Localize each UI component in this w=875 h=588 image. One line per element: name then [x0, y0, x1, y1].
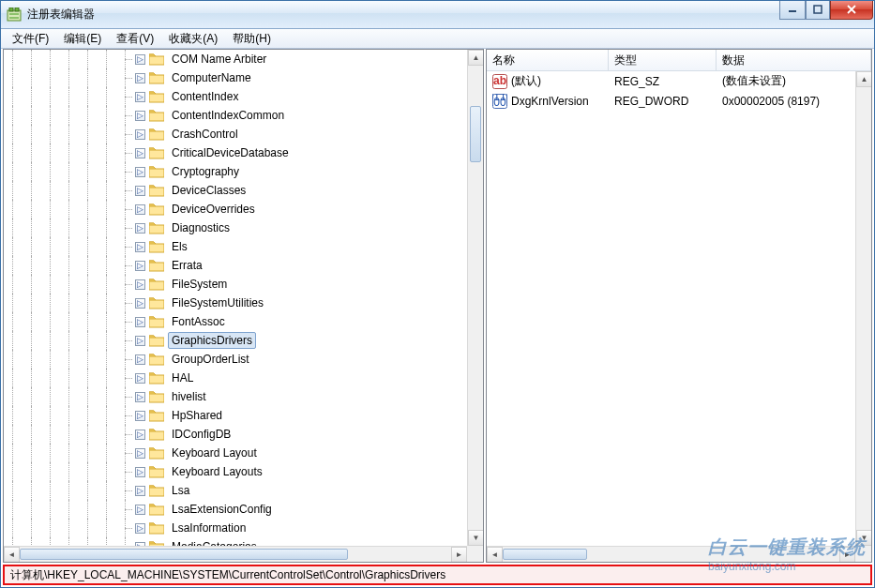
expand-icon[interactable]: ▷: [135, 392, 145, 402]
tree-node[interactable]: ▷GraphicsDrivers: [4, 331, 467, 350]
expand-icon[interactable]: ▷: [135, 261, 145, 271]
values-header[interactable]: 名称 类型 数据: [487, 50, 871, 71]
tree-node[interactable]: ▷Errata: [4, 256, 467, 275]
tree-node[interactable]: ▷Diagnostics: [4, 219, 467, 237]
tree-label: HpShared: [168, 407, 226, 424]
status-bar: 计算机\HKEY_LOCAL_MACHINE\SYSTEM\CurrentCon…: [3, 565, 872, 585]
tree-node[interactable]: ▷FontAssoc: [4, 312, 467, 331]
tree-label: CrashControl: [168, 126, 242, 143]
expand-icon[interactable]: ▷: [135, 505, 145, 515]
list-vscrollbar[interactable]: ▲ ▼: [855, 71, 871, 546]
maximize-button[interactable]: [806, 1, 830, 20]
tree-node[interactable]: ▷hivelist: [4, 387, 467, 406]
tree-label: hivelist: [168, 388, 210, 405]
tree-node[interactable]: ▷Keyboard Layout: [4, 444, 467, 462]
tree-vscrollbar[interactable]: ▲ ▼: [467, 50, 483, 546]
expand-icon[interactable]: ▷: [135, 486, 145, 496]
column-name[interactable]: 名称: [487, 50, 609, 70]
tree-node[interactable]: ▷FileSystemUtilities: [4, 294, 467, 312]
expand-icon[interactable]: ▷: [135, 411, 145, 421]
expand-icon[interactable]: ▷: [135, 223, 145, 234]
tree-label: CriticalDeviceDatabase: [168, 144, 293, 161]
tree-node[interactable]: ▷CriticalDeviceDatabase: [4, 143, 467, 162]
registry-tree[interactable]: ▷COM Name Arbiter▷ComputerName▷ContentIn…: [4, 50, 467, 546]
svg-rect-0: [8, 10, 21, 21]
expand-icon[interactable]: ▷: [135, 317, 145, 327]
menu-help[interactable]: 帮助(H): [225, 29, 279, 49]
tree-hscrollbar[interactable]: ◄ ►: [4, 546, 467, 562]
minimize-button[interactable]: [779, 1, 806, 20]
expand-icon[interactable]: ▷: [135, 167, 145, 177]
svg-text:1001: 1001: [492, 96, 507, 109]
tree-label: DeviceClasses: [168, 182, 249, 199]
tree-node[interactable]: ▷ContentIndex: [4, 87, 467, 106]
tree-node[interactable]: ▷ComputerName: [4, 68, 467, 87]
window-title: 注册表编辑器: [27, 7, 95, 23]
menu-edit[interactable]: 编辑(E): [56, 29, 109, 49]
value-data: (数值未设置): [722, 73, 786, 89]
expand-icon[interactable]: ▷: [135, 523, 145, 534]
title-bar[interactable]: 注册表编辑器: [1, 1, 874, 29]
tree-node[interactable]: ▷HAL: [4, 369, 467, 387]
expand-icon[interactable]: ▷: [135, 298, 145, 309]
tree-label: ContentIndex: [168, 88, 242, 105]
tree-pane: ▷COM Name Arbiter▷ComputerName▷ContentIn…: [3, 49, 484, 563]
svg-rect-5: [789, 10, 796, 12]
tree-node[interactable]: ▷Lsa: [4, 481, 467, 500]
expand-icon[interactable]: ▷: [135, 430, 145, 440]
tree-node[interactable]: ▷DeviceClasses: [4, 181, 467, 200]
value-type: REG_SZ: [614, 75, 659, 88]
expand-icon[interactable]: ▷: [135, 54, 145, 65]
menu-view[interactable]: 查看(V): [109, 29, 161, 49]
tree-label: Diagnostics: [168, 219, 234, 236]
expand-icon[interactable]: ▷: [135, 542, 145, 547]
tree-node[interactable]: ▷DeviceOverrides: [4, 200, 467, 219]
tree-label: Errata: [168, 257, 206, 274]
expand-icon[interactable]: ▷: [135, 279, 145, 290]
values-list[interactable]: ab(默认)REG_SZ(数值未设置)01101001DxgKrnlVersio…: [487, 71, 855, 546]
tree-label: LsaInformation: [168, 520, 249, 536]
expand-icon[interactable]: ▷: [135, 448, 145, 459]
expand-icon[interactable]: ▷: [135, 186, 145, 196]
tree-node[interactable]: ▷LsaInformation: [4, 519, 467, 537]
tree-node[interactable]: ▷COM Name Arbiter: [4, 50, 467, 68]
tree-node[interactable]: ▷ContentIndexCommon: [4, 106, 467, 125]
expand-icon[interactable]: ▷: [135, 204, 145, 215]
column-data[interactable]: 数据: [717, 50, 871, 70]
tree-label: FileSystemUtilities: [168, 294, 267, 311]
tree-node[interactable]: ▷CrashControl: [4, 125, 467, 143]
expand-icon[interactable]: ▷: [135, 336, 145, 346]
expand-icon[interactable]: ▷: [135, 354, 145, 365]
expand-icon[interactable]: ▷: [135, 242, 145, 252]
menu-file[interactable]: 文件(F): [5, 29, 56, 49]
expand-icon[interactable]: ▷: [135, 129, 145, 140]
expand-icon[interactable]: ▷: [135, 467, 145, 477]
list-hscrollbar[interactable]: ◄ ►: [487, 546, 855, 562]
value-data: 0x00002005 (8197): [722, 95, 820, 108]
expand-icon[interactable]: ▷: [135, 92, 145, 102]
tree-node[interactable]: ▷Els: [4, 237, 467, 256]
registry-editor-window: 注册表编辑器 文件(F) 编辑(E) 查看(V) 收藏夹(A) 帮助(H) ▷C…: [0, 0, 875, 588]
tree-node[interactable]: ▷Keyboard Layouts: [4, 462, 467, 481]
tree-label: DeviceOverrides: [168, 201, 259, 218]
menu-bar: 文件(F) 编辑(E) 查看(V) 收藏夹(A) 帮助(H): [1, 29, 874, 49]
expand-icon[interactable]: ▷: [135, 148, 145, 158]
tree-label: GraphicsDrivers: [168, 332, 256, 349]
column-type[interactable]: 类型: [609, 50, 717, 70]
tree-label: IDConfigDB: [168, 426, 234, 443]
expand-icon[interactable]: ▷: [135, 373, 145, 384]
menu-favorites[interactable]: 收藏夹(A): [161, 29, 225, 49]
tree-node[interactable]: ▷HpShared: [4, 406, 467, 425]
tree-node[interactable]: ▷Cryptography: [4, 162, 467, 181]
close-button[interactable]: [830, 1, 873, 20]
tree-node[interactable]: ▷GroupOrderList: [4, 350, 467, 369]
tree-node[interactable]: ▷LsaExtensionConfig: [4, 500, 467, 519]
tree-node[interactable]: ▷IDConfigDB: [4, 425, 467, 444]
tree-label: Els: [168, 238, 191, 255]
expand-icon[interactable]: ▷: [135, 111, 145, 121]
tree-node[interactable]: ▷MediaCategories: [4, 537, 467, 546]
value-row[interactable]: 01101001DxgKrnlVersionREG_DWORD0x0000200…: [487, 91, 855, 111]
expand-icon[interactable]: ▷: [135, 73, 145, 83]
tree-node[interactable]: ▷FileSystem: [4, 275, 467, 294]
value-row[interactable]: ab(默认)REG_SZ(数值未设置): [487, 71, 855, 91]
